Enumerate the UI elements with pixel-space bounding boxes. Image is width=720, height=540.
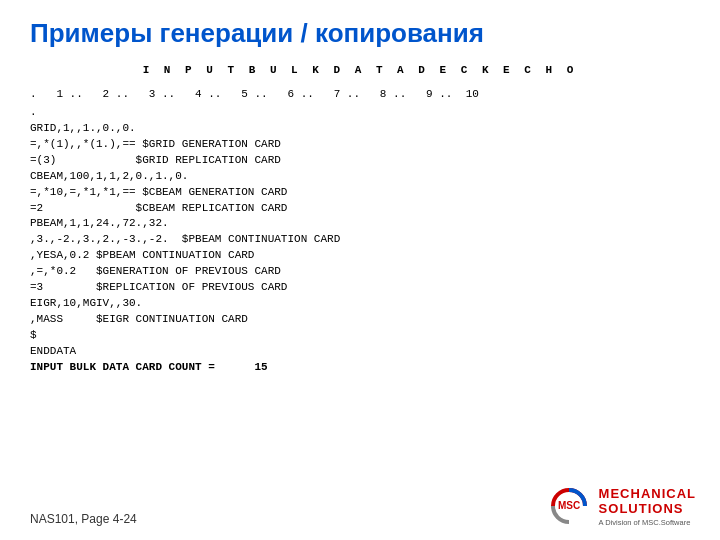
- code-line-l14: ,MASS $EIGR CONTINUATION CARD: [30, 312, 690, 328]
- code-line-l17: INPUT BULK DATA CARD COUNT = 15: [30, 360, 690, 376]
- footer-label: NAS101, Page 4-24: [30, 512, 137, 526]
- logo-area: MSC MECHANICAL SOLUTIONS A Division of M…: [545, 482, 696, 530]
- code-line-l7: =2 $CBEAM REPLICATION CARD: [30, 201, 690, 217]
- code-line-l12: =3 $REPLICATION OF PREVIOUS CARD: [30, 280, 690, 296]
- code-line-l3: =,*(1),,*(1.),== $GRID GENERATION CARD: [30, 137, 690, 153]
- code-line-l10: ,YESA,0.2 $PBEAM CONTINUATION CARD: [30, 248, 690, 264]
- msc-logo: MSC MECHANICAL SOLUTIONS A Division of M…: [545, 482, 696, 530]
- code-line-l9: ,3.,-2.,3.,2.,-3.,-2. $PBEAM CONTINUATIO…: [30, 232, 690, 248]
- code-block: . 1 .. 2 .. 3 .. 4 .. 5 .. 6 .. 7 .. 8 .…: [30, 87, 690, 376]
- msc-division-label: A Division of MSC.Software: [599, 518, 696, 527]
- code-line-l1: .: [30, 105, 690, 121]
- code-line-l15: $: [30, 328, 690, 344]
- code-line-l16: ENDDATA: [30, 344, 690, 360]
- ruler-line: . 1 .. 2 .. 3 .. 4 .. 5 .. 6 .. 7 .. 8 .…: [30, 87, 690, 103]
- code-line-l6: =,*10,=,*1,*1,== $CBEAM GENERATION CARD: [30, 185, 690, 201]
- code-line-l8: PBEAM,1,1,24.,72.,32.: [30, 216, 690, 232]
- main-page: Примеры генерации / копирования I N P U …: [0, 0, 720, 540]
- msc-solutions-label: SOLUTIONS: [599, 501, 696, 516]
- echo-header: I N P U T B U L K D A T A D E C K E C H …: [30, 63, 690, 79]
- page-title: Примеры генерации / копирования: [30, 18, 690, 49]
- msc-text-block: MECHANICAL SOLUTIONS A Division of MSC.S…: [599, 486, 696, 527]
- content-area: I N P U T B U L K D A T A D E C K E C H …: [30, 63, 690, 376]
- msc-mechanical-label: MECHANICAL: [599, 486, 696, 501]
- svg-text:MSC: MSC: [557, 500, 579, 511]
- code-line-l13: EIGR,10,MGIV,,30.: [30, 296, 690, 312]
- code-line-l11: ,=,*0.2 $GENERATION OF PREVIOUS CARD: [30, 264, 690, 280]
- msc-logo-icon: MSC: [545, 482, 593, 530]
- code-line-l2: GRID,1,,1.,0.,0.: [30, 121, 690, 137]
- code-line-l5: CBEAM,100,1,1,2,0.,1.,0.: [30, 169, 690, 185]
- code-line-l4: =(3) $GRID REPLICATION CARD: [30, 153, 690, 169]
